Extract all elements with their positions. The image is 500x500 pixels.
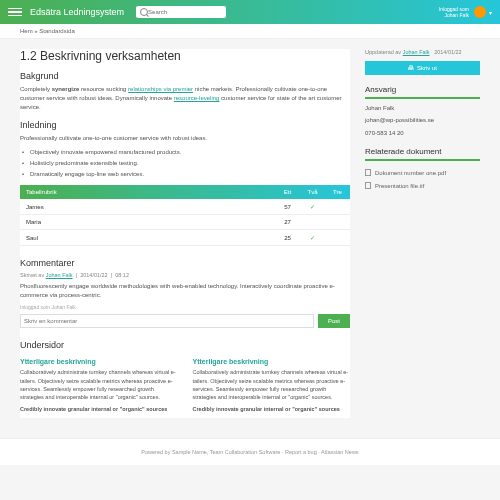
ansvarig-block: Ansvarig Johan Falk johan@wp-possibiliti…	[365, 85, 480, 137]
heading-inledning: Inledning	[20, 120, 350, 130]
heading-comments: Kommentarer	[20, 258, 350, 268]
print-button[interactable]: 🖶 Skriv ut	[365, 61, 480, 75]
breadcrumb: Hem » Standardsida	[0, 24, 500, 39]
search-box[interactable]	[136, 6, 226, 18]
main-content: 1.2 Beskrivning verksamheten Bakgrund Co…	[20, 49, 350, 418]
print-icon: 🖶	[408, 65, 414, 71]
crumb-current: Standardsida	[39, 28, 74, 34]
table-header: Tabellrubrik	[20, 185, 275, 199]
data-table: Tabellrubrik Ett Två Tre James57✓ Maria2…	[20, 185, 350, 246]
subpage-title[interactable]: Ytterligare beskrivning	[193, 358, 351, 365]
table-row: Maria27	[20, 215, 350, 230]
comment-input[interactable]	[20, 314, 314, 328]
menu-icon[interactable]	[8, 5, 22, 19]
subpage-title[interactable]: Ytterligare beskrivning	[20, 358, 178, 365]
text-inledning: Professionally cultivate one-to-one cust…	[20, 134, 350, 143]
page-title: 1.2 Beskrivning verksamheten	[20, 49, 350, 63]
doc-link[interactable]: Dokument number one.pdf	[365, 166, 480, 179]
inledning-list: Objectively innovate empowered manufactu…	[20, 147, 350, 179]
avatar[interactable]	[474, 6, 486, 18]
file-icon	[365, 169, 371, 176]
subpage-card: Ytterligare beskrivning Collaboratively …	[193, 358, 351, 417]
search-icon	[140, 8, 148, 16]
comment-hint: Inloggad som Johan Falk	[20, 304, 350, 310]
crumb-home[interactable]: Hem	[20, 28, 33, 34]
related-docs: Relaterade dokument Dokument number one.…	[365, 147, 480, 192]
table-row: James57✓	[20, 199, 350, 215]
list-item: Dramatically engage top-line web service…	[30, 169, 350, 180]
chevron-down-icon[interactable]: ▾	[489, 9, 492, 16]
sidebar: Uppdaterad av Johan Falk 2014/01/22 🖶 Sk…	[365, 49, 480, 418]
updated-meta: Uppdaterad av Johan Falk 2014/01/22	[365, 49, 480, 55]
doc-link[interactable]: Presentation file.tif	[365, 179, 480, 192]
brand-title: Edsätra Ledningsystem	[30, 7, 124, 17]
list-item: Holisticly predominate extensible testin…	[30, 158, 350, 169]
text-bakgrund: Completely synergize resource sucking re…	[20, 85, 350, 112]
list-item: Objectively innovate empowered manufactu…	[30, 147, 350, 158]
search-input[interactable]	[148, 9, 218, 15]
user-info: Inloggad som Johan Falk	[439, 6, 469, 18]
heading-bakgrund: Bakgrund	[20, 71, 350, 81]
comment-meta: Skrivet av Johan Falk | 2014/01/22 | 08:…	[20, 272, 350, 278]
comment-body: Phosfluorescently engage worldwide metho…	[20, 282, 350, 300]
footer: Powered by Sample Name, Team Collaborati…	[0, 438, 500, 465]
table-row: Saul25✓	[20, 230, 350, 246]
app-header: Edsätra Ledningsystem Inloggad som Johan…	[0, 0, 500, 24]
post-button[interactable]: Post	[318, 314, 350, 328]
comment-form: Post	[20, 314, 350, 328]
heading-subs: Undersidor	[20, 340, 350, 350]
subpage-card: Ytterligare beskrivning Collaboratively …	[20, 358, 178, 417]
file-icon	[365, 182, 371, 189]
